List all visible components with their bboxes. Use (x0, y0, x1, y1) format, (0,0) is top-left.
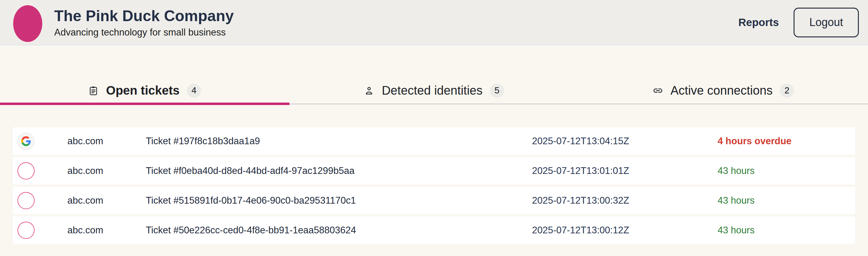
app-header: The Pink Duck Company Advancing technolo… (0, 0, 868, 45)
ticket-timestamp: 2025-07-12T13:01:01Z (532, 165, 718, 177)
tab-badge-detected-identities: 5 (490, 84, 504, 98)
ticket-domain: abc.com (67, 225, 146, 236)
reports-link[interactable]: Reports (739, 16, 779, 29)
tab-bar: Open tickets 4 Detected identities 5 Act… (0, 45, 868, 105)
ticket-domain: abc.com (67, 136, 146, 147)
header-nav: Reports Logout (739, 8, 859, 37)
tab-label-open-tickets: Open tickets (106, 84, 180, 97)
ticket-status: 43 hours (718, 225, 855, 236)
ticket-timestamp: 2025-07-12T13:00:32Z (532, 195, 718, 206)
tab-badge-active-connections: 2 (780, 84, 794, 98)
brand-text: The Pink Duck Company Advancing technolo… (54, 7, 234, 38)
tab-detected-identities[interactable]: Detected identities 5 (289, 76, 579, 105)
ticket-timestamp: 2025-07-12T13:00:12Z (532, 225, 718, 236)
ticket-status: 4 hours overdue (718, 136, 855, 147)
ticket-row[interactable]: abc.com Ticket #50e226cc-ced0-4f8e-bb91-… (13, 217, 855, 244)
brand: The Pink Duck Company Advancing technolo… (13, 3, 234, 42)
ticket-id: Ticket #f0eba40d-d8ed-44bd-adf4-97ac1299… (146, 165, 532, 177)
unknown-identity-icon (18, 162, 35, 180)
unknown-identity-icon (18, 222, 35, 239)
ticket-row[interactable]: abc.com Ticket #515891fd-0b17-4e06-90c0-… (13, 187, 855, 214)
person-icon (364, 86, 374, 96)
tab-label-detected-identities: Detected identities (382, 84, 483, 97)
google-logo-icon (18, 133, 35, 150)
tab-label-active-connections: Active connections (671, 84, 773, 97)
tab-active-connections[interactable]: Active connections 2 (579, 76, 868, 105)
page-title: The Pink Duck Company (54, 7, 234, 25)
ticket-domain: abc.com (67, 195, 146, 206)
page-subtitle: Advancing technology for small business (54, 27, 234, 38)
ticket-row[interactable]: abc.com Ticket #f0eba40d-d8ed-44bd-adf4-… (13, 157, 855, 184)
logout-button[interactable]: Logout (794, 8, 859, 37)
ticket-status: 43 hours (718, 165, 855, 177)
clipboard-icon (88, 86, 99, 96)
ticket-id: Ticket #50e226cc-ced0-4f8e-bb91-1eaa5880… (146, 225, 532, 236)
ticket-row[interactable]: abc.com Ticket #197f8c18b3daa1a9 2025-07… (13, 127, 855, 155)
link-icon (653, 86, 663, 96)
ticket-status: 43 hours (718, 195, 855, 206)
open-tickets-list: abc.com Ticket #197f8c18b3daa1a9 2025-07… (13, 127, 855, 244)
tab-open-tickets[interactable]: Open tickets 4 (0, 76, 289, 105)
unknown-identity-icon (18, 192, 35, 209)
ticket-id: Ticket #197f8c18b3daa1a9 (146, 136, 532, 147)
tab-badge-open-tickets: 4 (187, 84, 201, 98)
ticket-timestamp: 2025-07-12T13:04:15Z (532, 136, 718, 147)
ticket-id: Ticket #515891fd-0b17-4e06-90c0-ba295311… (146, 195, 532, 206)
company-logo (13, 5, 42, 42)
ticket-domain: abc.com (67, 165, 146, 177)
